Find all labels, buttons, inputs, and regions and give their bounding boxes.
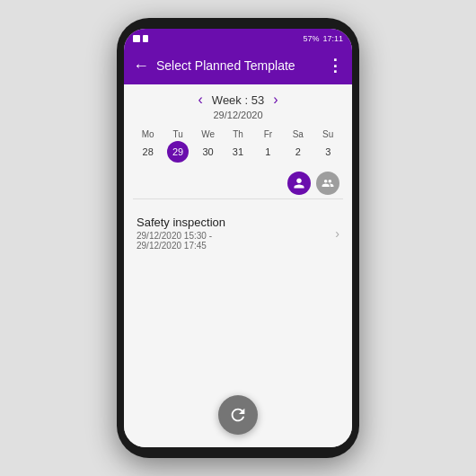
status-bar-left: [133, 35, 148, 42]
event-arrow-icon: ›: [335, 226, 339, 241]
day-sunday[interactable]: Su 3: [317, 129, 339, 163]
day-name-su: Su: [322, 129, 333, 139]
day-number-fr: 1: [257, 141, 278, 163]
phone-screen: 57% 17:11 ← Select Planned Template ⋮ ‹ …: [124, 29, 352, 447]
filter-row: [124, 168, 352, 198]
battery-level: 57%: [303, 34, 319, 43]
day-saturday[interactable]: Sa 2: [287, 129, 309, 163]
day-monday[interactable]: Mo 28: [137, 129, 159, 163]
event-list: Safety inspection 29/12/2020 15:30 -29/1…: [124, 199, 352, 386]
wifi-icon: [133, 35, 140, 42]
week-label: Week : 53: [212, 93, 264, 107]
day-name-th: Th: [233, 129, 243, 139]
signal-icon: [143, 35, 148, 42]
event-title: Safety inspection: [137, 216, 335, 229]
fab-area: [124, 386, 352, 447]
person-filter-button[interactable]: [287, 172, 311, 195]
day-tuesday[interactable]: Tu 29: [167, 129, 189, 163]
day-name-we: We: [201, 129, 215, 139]
status-bar: 57% 17:11: [124, 29, 352, 47]
prev-week-button[interactable]: ‹: [198, 92, 203, 108]
day-number-su: 3: [317, 141, 339, 163]
day-number-sa: 2: [287, 141, 309, 163]
day-number-th: 31: [227, 141, 249, 163]
day-name-sa: Sa: [293, 129, 304, 139]
day-number-mo: 28: [137, 141, 159, 163]
day-row: Mo 28 Tu 29 We 30 Th 31 Fr 1: [124, 126, 352, 168]
refresh-button[interactable]: [218, 395, 258, 435]
back-button[interactable]: ←: [133, 57, 149, 75]
day-thursday[interactable]: Th 31: [227, 129, 249, 163]
clock: 17:11: [322, 34, 343, 43]
day-name-fr: Fr: [264, 129, 272, 139]
day-name-mo: Mo: [142, 129, 154, 139]
day-number-we: 30: [198, 141, 219, 163]
app-bar-title: Select Planned Template: [156, 58, 327, 73]
refresh-icon: [228, 405, 248, 425]
day-friday[interactable]: Fr 1: [257, 129, 278, 163]
event-time: 29/12/2020 15:30 -29/12/2020 17:45: [137, 231, 335, 251]
group-filter-button[interactable]: [316, 172, 339, 195]
day-wednesday[interactable]: We 30: [198, 129, 219, 163]
phone-frame: 57% 17:11 ← Select Planned Template ⋮ ‹ …: [117, 18, 359, 458]
person-icon: [293, 177, 305, 190]
week-navigation: ‹ Week : 53 ›: [124, 84, 352, 110]
status-bar-right: 57% 17:11: [303, 34, 343, 43]
day-number-tu: 29: [167, 141, 189, 163]
week-date: 29/12/2020: [124, 110, 352, 120]
next-week-button[interactable]: ›: [273, 92, 278, 108]
more-options-button[interactable]: ⋮: [327, 56, 343, 75]
event-item-safety[interactable]: Safety inspection 29/12/2020 15:30 -29/1…: [124, 207, 352, 260]
main-content: ‹ Week : 53 › 29/12/2020 Mo 28 Tu 29 We …: [124, 84, 352, 447]
event-info: Safety inspection 29/12/2020 15:30 -29/1…: [137, 216, 335, 251]
app-bar: ← Select Planned Template ⋮: [124, 47, 352, 84]
day-name-tu: Tu: [172, 129, 182, 139]
group-icon: [322, 177, 334, 190]
